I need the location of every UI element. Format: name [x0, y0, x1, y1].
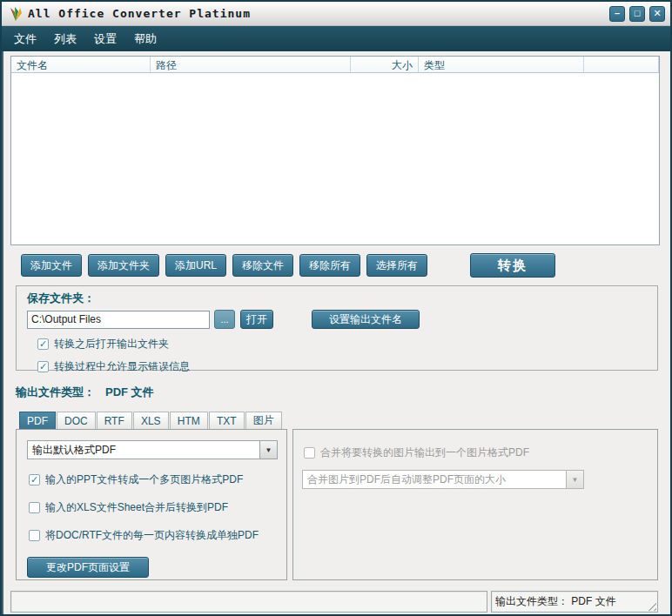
ppt-multipage-checkbox[interactable]	[29, 474, 40, 485]
window-controls: – □ ✕	[609, 6, 665, 22]
tab-pdf[interactable]: PDF	[19, 412, 56, 429]
select-all-button[interactable]: 选择所有	[366, 254, 427, 277]
tab-xls[interactable]: XLS	[133, 412, 169, 429]
pdf-options-panel: 输出默认格式PDF ▼ 输入的PPT文件转成一个多页图片格式PDF 输入的XLS…	[16, 429, 287, 580]
menu-help[interactable]: 帮助	[125, 28, 165, 50]
menu-bar: 文件 列表 设置 帮助	[2, 26, 670, 51]
image-merge-panel: 合并将要转换的图片输出到一个图片格式PDF 合并图片到PDF后自动调整PDF页面…	[292, 429, 658, 580]
output-type-value: PDF 文件	[105, 385, 154, 398]
xls-merge-checkbox[interactable]	[29, 502, 40, 513]
default-format-combobox[interactable]: 输出默认格式PDF ▼	[27, 440, 278, 459]
column-header-size[interactable]: 大小	[351, 57, 419, 72]
title-bar: All Office Converter Platinum – □ ✕	[2, 2, 670, 26]
save-folder-label: 保存文件夹：	[27, 291, 648, 306]
tab-txt[interactable]: TXT	[209, 412, 245, 429]
menu-list[interactable]: 列表	[45, 28, 85, 50]
menu-file[interactable]: 文件	[5, 28, 45, 50]
merge-images-row: 合并将要转换的图片输出到一个图片格式PDF	[304, 445, 648, 460]
output-type-heading: 输出文件类型：PDF 文件	[16, 385, 660, 400]
save-folder-row: ... 打开 设置输出文件名	[27, 310, 648, 329]
action-toolbar: 添加文件 添加文件夹 添加URL 移除文件 移除所有 选择所有 转换	[10, 253, 660, 278]
status-bar: 输出文件类型： PDF 文件	[9, 591, 660, 613]
default-format-value: 输出默认格式PDF	[28, 443, 259, 458]
browse-button[interactable]: ...	[214, 310, 235, 329]
chevron-down-icon[interactable]: ▼	[259, 441, 277, 459]
pdf-page-setup-button[interactable]: 更改PDF页面设置	[27, 557, 149, 578]
maximize-icon[interactable]: □	[629, 6, 645, 22]
status-panel-right: 输出文件类型： PDF 文件	[491, 591, 658, 613]
file-list-table: 文件名 路径 大小 类型	[10, 56, 660, 245]
add-file-button[interactable]: 添加文件	[21, 254, 82, 277]
column-header-type[interactable]: 类型	[419, 57, 584, 72]
chevron-down-icon: ▼	[566, 471, 583, 488]
app-window: All Office Converter Platinum – □ ✕ 文件 列…	[0, 0, 672, 616]
convert-button[interactable]: 转换	[470, 253, 555, 278]
column-header-extra[interactable]	[584, 57, 659, 72]
status-panel-left	[10, 591, 487, 613]
tab-rtf[interactable]: RTF	[97, 412, 132, 429]
close-icon[interactable]: ✕	[649, 6, 665, 22]
show-errors-label: 转换过程中允许显示错误信息	[54, 359, 190, 374]
set-output-filename-button[interactable]: 设置输出文件名	[312, 310, 420, 329]
merge-images-checkbox	[304, 447, 315, 459]
doc-split-label: 将DOC/RTF文件的每一页内容转换成单独PDF	[45, 528, 259, 543]
add-folder-button[interactable]: 添加文件夹	[88, 254, 159, 277]
output-path-input[interactable]	[27, 311, 210, 329]
column-header-path[interactable]: 路径	[151, 57, 351, 72]
menu-settings[interactable]: 设置	[85, 28, 125, 50]
tab-doc[interactable]: DOC	[57, 412, 96, 429]
show-errors-row[interactable]: 转换过程中允许显示错误信息	[37, 359, 648, 374]
remove-file-button[interactable]: 移除文件	[232, 254, 293, 277]
column-header-filename[interactable]: 文件名	[11, 57, 151, 72]
output-type-label: 输出文件类型：	[16, 385, 95, 398]
xls-merge-row[interactable]: 输入的XLS文件Sheet合并后转换到PDF	[29, 500, 278, 515]
merge-images-label: 合并将要转换的图片输出到一个图片格式PDF	[320, 445, 529, 460]
merge-resize-value: 合并图片到PDF后自动调整PDF页面的大小	[303, 472, 566, 487]
option-panels: 输出默认格式PDF ▼ 输入的PPT文件转成一个多页图片格式PDF 输入的XLS…	[16, 429, 660, 580]
ppt-multipage-row[interactable]: 输入的PPT文件转成一个多页图片格式PDF	[29, 472, 278, 487]
merge-resize-combobox: 合并图片到PDF后自动调整PDF页面的大小 ▼	[302, 470, 584, 489]
status-output-type: 输出文件类型： PDF 文件	[495, 594, 616, 609]
minimize-icon[interactable]: –	[609, 6, 625, 22]
ppt-multipage-label: 输入的PPT文件转成一个多页图片格式PDF	[45, 472, 243, 487]
show-errors-checkbox[interactable]	[37, 361, 49, 372]
doc-split-checkbox[interactable]	[29, 530, 40, 541]
add-url-button[interactable]: 添加URL	[165, 254, 226, 277]
open-folder-button[interactable]: 打开	[240, 310, 273, 329]
file-table-header: 文件名 路径 大小 类型	[11, 57, 659, 73]
save-folder-groupbox: 保存文件夹： ... 打开 设置输出文件名 转换之后打开输出文件夹 转换过程中允…	[16, 285, 658, 371]
tab-htm[interactable]: HTM	[170, 412, 208, 429]
xls-merge-label: 输入的XLS文件Sheet合并后转换到PDF	[45, 500, 228, 515]
file-table-body[interactable]	[11, 73, 659, 244]
window-title: All Office Converter Platinum	[28, 7, 251, 20]
open-after-convert-row[interactable]: 转换之后打开输出文件夹	[37, 337, 648, 352]
format-tabs: PDF DOC RTF XLS HTM TXT 图片	[19, 412, 660, 429]
resize-grip-icon[interactable]	[645, 599, 656, 611]
client-area: 文件名 路径 大小 类型 添加文件 添加文件夹 添加URL 移除文件 移除所有 …	[2, 51, 670, 614]
doc-split-row[interactable]: 将DOC/RTF文件的每一页内容转换成单独PDF	[29, 528, 278, 543]
remove-all-button[interactable]: 移除所有	[299, 254, 360, 277]
app-logo-icon	[7, 5, 24, 23]
open-after-convert-label: 转换之后打开输出文件夹	[54, 337, 169, 352]
open-after-convert-checkbox[interactable]	[37, 338, 49, 350]
tab-image[interactable]: 图片	[245, 412, 282, 429]
